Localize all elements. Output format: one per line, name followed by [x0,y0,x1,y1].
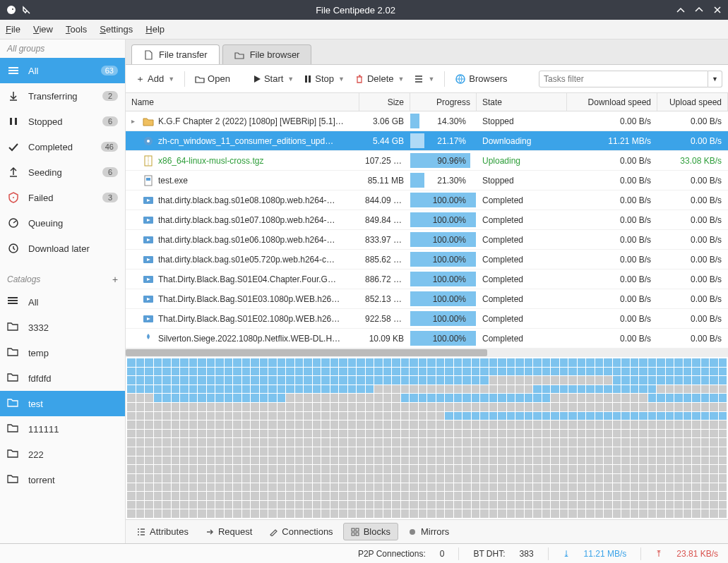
catalog-item[interactable]: 3332 [0,315,125,340]
horizontal-scrollbar[interactable] [126,349,728,357]
block [639,412,648,420]
add-catalog-button[interactable]: + [112,274,118,285]
col-ul[interactable]: Upload speed [657,93,728,111]
open-button[interactable]: Open [191,71,234,87]
block [136,456,145,465]
table-row[interactable]: Silverton.Siege.2022.1080p.Netflix.WEB-D… [126,329,728,349]
col-progress[interactable]: Progress [410,93,477,111]
catalog-item[interactable]: fdfdfd [0,365,125,391]
expand-icon[interactable]: ▸ [131,117,138,125]
sidebar-group-transferring[interactable]: Transferring2 [0,83,125,109]
block [542,394,551,402]
block [286,483,294,492]
dl-speed: 0.00 B/s [567,176,657,186]
block [198,492,206,500]
menu-help[interactable]: Help [145,24,165,35]
catalog-item[interactable]: temp [0,340,125,365]
catalog-item[interactable]: torrent [0,467,125,492]
tab-blocks[interactable]: Blocks [343,523,398,540]
block [515,509,524,518]
block [410,438,418,447]
table-row[interactable]: that.dirty.black.bag.s01e07.1080p.web.h2… [126,210,728,230]
block [278,430,286,438]
col-size[interactable]: Size [359,93,410,111]
add-button[interactable]: ＋ Add▼ [131,70,179,88]
block [533,420,542,429]
menu-settings[interactable]: Settings [100,24,133,35]
tab-mirrors[interactable]: Mirrors [401,523,456,540]
col-dl[interactable]: Download speed [567,93,657,111]
block [498,358,506,367]
close-button[interactable] [712,5,722,15]
tab-file-browser[interactable]: File browser [222,44,312,64]
browsers-button[interactable]: Browsers [450,71,511,87]
block [295,474,304,483]
tasks-filter-input[interactable] [539,71,708,87]
delete-button[interactable]: Delete▼ [350,71,409,87]
sidebar-group-download-later[interactable]: Download later [0,236,125,261]
menu-button[interactable]: ▼ [410,71,438,87]
block [321,438,330,447]
tab-request[interactable]: Request [198,523,259,540]
block [701,420,710,429]
tab-file-transfer[interactable]: File transfer [131,44,220,64]
block [278,474,286,483]
block [242,447,251,456]
catalog-item[interactable]: test [0,391,125,416]
block [180,447,189,456]
table-row[interactable]: that.dirty.black.bag.s01e08.1080p.web.h2… [126,190,728,210]
table-row[interactable]: That.Dirty.Black.Bag.S01E02.1080p.WEB.h2… [126,309,728,329]
table-row[interactable]: that.dirty.black.bag.s01e05.720p.web.h26… [126,250,728,270]
block [357,456,365,465]
menu-tools[interactable]: Tools [66,24,87,35]
file-icon [143,50,153,60]
minimize-button[interactable] [676,5,686,15]
block [472,430,480,438]
block [489,376,498,385]
block [286,394,294,402]
tab-attributes[interactable]: Attributes [130,523,196,540]
toolbar: ＋ Add▼ Open Start▼ Stop▼ Delete▼ [126,65,728,93]
sidebar-group-completed[interactable]: Completed46 [0,134,125,159]
catalog-item[interactable]: 111111 [0,416,125,442]
pin-icon[interactable] [21,5,31,15]
block [162,492,171,500]
table-row[interactable]: x86_64-linux-musl-cross.tgz 107.25 MB 90… [126,151,728,171]
block [215,376,224,385]
col-name[interactable]: Name [126,93,359,111]
sidebar-group-seeding[interactable]: Seeding6 [0,159,125,185]
block [568,465,577,473]
block [162,483,171,492]
block [507,385,515,394]
block [392,492,400,500]
block [621,412,630,420]
stop-button[interactable]: Stop▼ [299,71,349,87]
menu-view[interactable]: View [33,24,53,35]
maximize-button[interactable] [694,5,704,15]
sidebar-group-failed[interactable]: Failed3 [0,185,125,210]
table-row[interactable]: test.exe 85.11 MB 21.30% Stopped 0.00 B/… [126,171,728,190]
tab-connections[interactable]: Connections [262,523,340,540]
catalog-item[interactable]: 222 [0,442,125,467]
block [198,394,206,402]
block [613,430,621,438]
sidebar-group-all[interactable]: All63 [0,58,125,83]
sidebar-group-queuing[interactable]: Queuing [0,210,125,236]
block [639,420,648,429]
sidebar-group-stopped[interactable]: Stopped6 [0,109,125,134]
table-row[interactable]: that.dirty.black.bag.s01e06.1080p.web.h2… [126,230,728,250]
menu-file[interactable]: File [6,24,20,35]
table-row[interactable]: That.Dirty.Black.Bag.S01E03.1080p.WEB.h2… [126,289,728,309]
block [260,403,268,411]
block [313,385,321,394]
table-row[interactable]: That.Dirty.Black.Bag.S01E04.Chapter.Four… [126,270,728,289]
table-row[interactable]: ▸ K.G.F Chapter 2 (2022) [1080p] [WEBRip… [126,111,728,131]
dl-speed: 0.00 B/s [567,235,657,245]
folder-icon [7,372,20,385]
start-button[interactable]: Start▼ [249,71,298,87]
catalog-item[interactable]: All [0,289,125,315]
tasks-filter-dropdown[interactable]: ▼ [708,71,722,87]
table-row[interactable]: zh-cn_windows_11_consumer_editions_upd… … [126,131,728,151]
block [710,465,718,473]
col-state[interactable]: State [477,93,567,111]
